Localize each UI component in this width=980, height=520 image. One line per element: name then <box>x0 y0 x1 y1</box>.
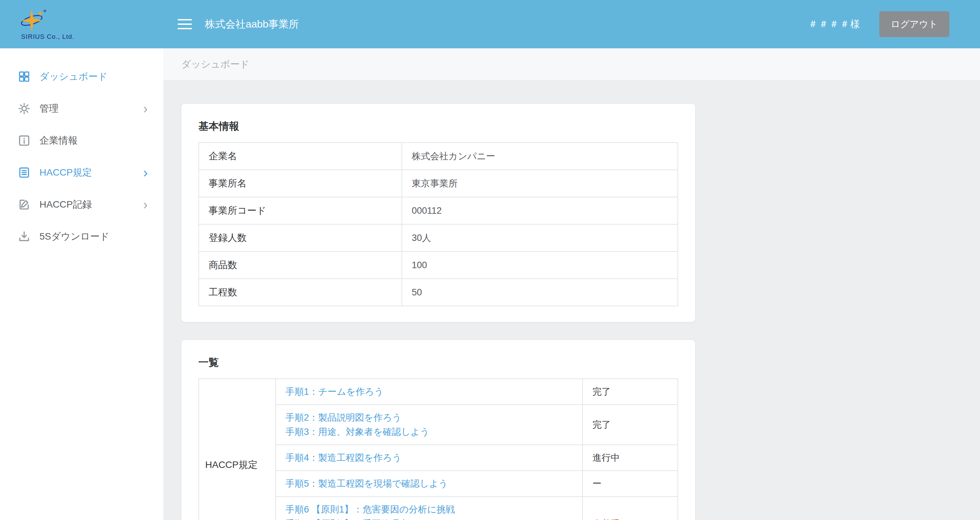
logout-button[interactable]: ログアウト <box>879 11 950 37</box>
table-row: HACCP規定 手順1：チームを作ろう 完了 <box>199 379 678 405</box>
sidebar-item-label: ダッシュボード <box>40 70 108 83</box>
sidebar-item-label: 5Sダウンロード <box>40 230 110 243</box>
field-value: 000112 <box>402 197 678 224</box>
sidebar-item-haccp-rules[interactable]: HACCP規定 › <box>0 157 163 189</box>
steps-cell: 手順5：製造工程図を現場で確認しよう <box>275 471 582 496</box>
sidebar-item-label: HACCP規定 <box>40 166 92 179</box>
main-area: ダッシュボード 基本情報 企業名 株式会社カンパニー 事業所名 <box>163 48 980 520</box>
steps-cell: 手順4：製造工程図を作ろう <box>275 445 582 471</box>
group-cell: HACCP規定 <box>199 379 275 520</box>
procedure-link[interactable]: 手順2：製品説明図を作ろう <box>285 410 573 425</box>
sirius-logo[interactable]: SIRIUS Co., Ltd. <box>0 0 163 48</box>
content-area: 基本情報 企業名 株式会社カンパニー 事業所名 東京事業所 <box>163 81 980 520</box>
logo-company-name: SIRIUS Co., Ltd. <box>21 33 74 40</box>
sidebar-item-admin[interactable]: 管理 › <box>0 92 163 124</box>
gear-icon <box>18 102 30 115</box>
chevron-right-icon: › <box>143 102 148 115</box>
list-icon <box>18 166 30 179</box>
procedure-link[interactable]: 手順7 【原則2】：重要管理点（CCP）をみつける <box>285 517 573 520</box>
basic-info-card: 基本情報 企業名 株式会社カンパニー 事業所名 東京事業所 <box>181 104 695 322</box>
steps-cell: 手順1：チームを作ろう <box>275 379 582 405</box>
sidebar-item-label: 管理 <box>40 102 59 115</box>
procedure-link[interactable]: 手順4：製造工程図を作ろう <box>285 450 573 465</box>
sidebar-item-5s-download[interactable]: 5Sダウンロード <box>0 221 163 253</box>
office-title: 株式会社aabb事業所 <box>205 17 299 31</box>
overview-table: HACCP規定 手順1：チームを作ろう 完了 手順2：製品説明図を作ろう 手順3… <box>198 378 678 520</box>
breadcrumb: ダッシュボード <box>163 48 980 81</box>
table-row: 商品数 100 <box>199 251 678 279</box>
procedure-link[interactable]: 手順3：用途、対象者を確認しよう <box>285 425 573 439</box>
field-label: 工程数 <box>199 279 402 306</box>
field-value: 30人 <box>402 224 678 251</box>
field-label: 商品数 <box>199 251 402 279</box>
field-label: 企業名 <box>199 143 402 170</box>
header-main: 株式会社aabb事業所 ＃＃＃＃様 ログアウト <box>163 0 980 48</box>
procedure-link[interactable]: 手順5：製造工程図を現場で確認しよう <box>285 476 573 491</box>
field-label: 登録人数 <box>199 224 402 251</box>
basic-info-title: 基本情報 <box>198 119 678 134</box>
field-value: 東京事業所 <box>402 170 678 197</box>
menu-toggle-button[interactable] <box>178 19 192 29</box>
menu-icon <box>178 19 192 21</box>
field-label: 事業所コード <box>199 197 402 224</box>
procedure-link[interactable]: 手順6 【原則1】：危害要因の分析に挑戦 <box>285 502 573 517</box>
overview-title: 一覧 <box>198 356 678 370</box>
field-value: 100 <box>402 251 678 279</box>
app-window: SIRIUS Co., Ltd. 株式会社aabb事業所 ＃＃＃＃様 ログアウト <box>0 0 980 520</box>
chevron-right-icon: › <box>143 198 148 211</box>
sidebar: ダッシュボード 管理 › <box>0 48 163 520</box>
chevron-right-icon: › <box>143 166 148 179</box>
table-row: 工程数 50 <box>199 279 678 306</box>
sidebar-item-haccp-records[interactable]: HACCP記録 › <box>0 189 163 221</box>
status-cell: 完了 <box>582 379 678 405</box>
edit-icon <box>18 198 30 211</box>
sirius-logo-icon <box>16 8 48 33</box>
table-row: 事業所名 東京事業所 <box>199 170 678 197</box>
table-row: 企業名 株式会社カンパニー <box>199 143 678 170</box>
user-name-label: ＃＃＃＃様 <box>808 18 861 31</box>
dashboard-icon <box>18 70 30 83</box>
app-header: SIRIUS Co., Ltd. 株式会社aabb事業所 ＃＃＃＃様 ログアウト <box>0 0 980 48</box>
table-row: 事業所コード 000112 <box>199 197 678 224</box>
procedure-link[interactable]: 手順1：チームを作ろう <box>285 385 573 399</box>
header-right: ＃＃＃＃様 ログアウト <box>808 11 950 37</box>
status-cell: 進行中 <box>582 445 678 471</box>
steps-cell: 手順2：製品説明図を作ろう 手順3：用途、対象者を確認しよう <box>275 405 582 445</box>
sidebar-item-label: HACCP記録 <box>40 198 92 211</box>
sidebar-item-company-info[interactable]: 企業情報 <box>0 124 163 157</box>
info-icon <box>18 134 30 147</box>
sidebar-item-dashboard[interactable]: ダッシュボード <box>0 60 163 92</box>
sidebar-item-label: 企業情報 <box>40 134 78 147</box>
breadcrumb-label: ダッシュボード <box>181 58 250 71</box>
status-cell: 完了 <box>582 405 678 445</box>
download-icon <box>18 230 30 243</box>
field-label: 事業所名 <box>199 170 402 197</box>
status-cell: ー <box>582 471 678 496</box>
steps-cell: 手順6 【原則1】：危害要因の分析に挑戦 手順7 【原則2】：重要管理点（CCP… <box>275 496 582 520</box>
overview-card: 一覧 HACCP規定 手順1：チームを作ろう 完了 <box>181 340 695 520</box>
table-row: 登録人数 30人 <box>199 224 678 251</box>
field-value: 50 <box>402 279 678 306</box>
status-cell: 未着手 <box>582 496 678 520</box>
field-value: 株式会社カンパニー <box>402 143 678 170</box>
basic-info-table: 企業名 株式会社カンパニー 事業所名 東京事業所 事業所コード 000112 <box>198 142 678 306</box>
